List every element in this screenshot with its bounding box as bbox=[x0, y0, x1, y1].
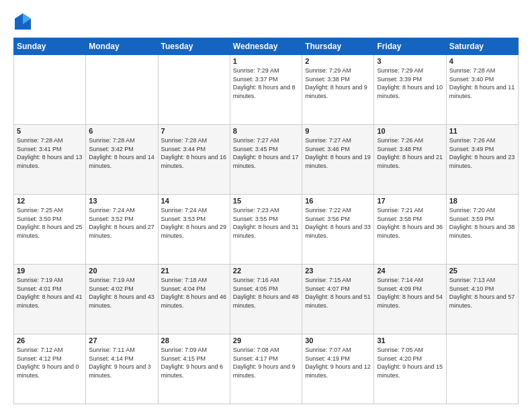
logo bbox=[13, 12, 35, 31]
day-number: 14 bbox=[161, 197, 227, 205]
calendar-cell-w3-d7: 18Sunrise: 7:20 AM Sunset: 3:59 PM Dayli… bbox=[446, 195, 518, 265]
calendar-cell-w1-d7: 4Sunrise: 7:28 AM Sunset: 3:40 PM Daylig… bbox=[446, 55, 518, 125]
calendar-cell-w4-d5: 23Sunrise: 7:15 AM Sunset: 4:07 PM Dayli… bbox=[302, 265, 374, 334]
col-friday: Friday bbox=[374, 38, 446, 55]
day-info: Sunrise: 7:28 AM Sunset: 3:42 PM Dayligh… bbox=[89, 136, 154, 170]
day-number: 18 bbox=[449, 197, 515, 205]
calendar-cell-w3-d5: 16Sunrise: 7:22 AM Sunset: 3:56 PM Dayli… bbox=[302, 195, 374, 265]
day-number: 4 bbox=[449, 57, 515, 65]
day-info: Sunrise: 7:23 AM Sunset: 3:55 PM Dayligh… bbox=[233, 206, 299, 240]
calendar-cell-w4-d7: 25Sunrise: 7:13 AM Sunset: 4:10 PM Dayli… bbox=[446, 265, 518, 334]
day-number: 25 bbox=[449, 267, 515, 275]
day-number: 28 bbox=[161, 336, 227, 345]
col-monday: Monday bbox=[86, 38, 158, 55]
header bbox=[13, 12, 519, 31]
day-info: Sunrise: 7:14 AM Sunset: 4:09 PM Dayligh… bbox=[377, 276, 443, 310]
calendar-cell-w2-d4: 8Sunrise: 7:27 AM Sunset: 3:45 PM Daylig… bbox=[230, 125, 302, 195]
day-number: 16 bbox=[305, 197, 371, 205]
day-number: 27 bbox=[89, 336, 154, 345]
calendar-cell-w3-d1: 12Sunrise: 7:25 AM Sunset: 3:50 PM Dayli… bbox=[14, 195, 86, 265]
day-info: Sunrise: 7:28 AM Sunset: 3:40 PM Dayligh… bbox=[449, 66, 515, 100]
day-number: 23 bbox=[305, 267, 371, 275]
day-number: 7 bbox=[161, 127, 227, 135]
day-info: Sunrise: 7:28 AM Sunset: 3:44 PM Dayligh… bbox=[161, 136, 227, 170]
day-info: Sunrise: 7:26 AM Sunset: 3:49 PM Dayligh… bbox=[449, 136, 515, 170]
calendar-cell-w5-d4: 29Sunrise: 7:08 AM Sunset: 4:17 PM Dayli… bbox=[230, 334, 302, 404]
calendar-cell-w2-d3: 7Sunrise: 7:28 AM Sunset: 3:44 PM Daylig… bbox=[158, 125, 230, 195]
day-number: 3 bbox=[377, 57, 443, 65]
calendar-cell-w4-d3: 21Sunrise: 7:18 AM Sunset: 4:04 PM Dayli… bbox=[158, 265, 230, 334]
day-number: 5 bbox=[17, 127, 83, 135]
day-number: 20 bbox=[89, 267, 154, 275]
calendar-cell-w2-d2: 6Sunrise: 7:28 AM Sunset: 3:42 PM Daylig… bbox=[86, 125, 158, 195]
calendar-cell-w1-d6: 3Sunrise: 7:29 AM Sunset: 3:39 PM Daylig… bbox=[374, 55, 446, 125]
day-number: 22 bbox=[233, 267, 299, 275]
col-wednesday: Wednesday bbox=[230, 38, 302, 55]
day-info: Sunrise: 7:21 AM Sunset: 3:58 PM Dayligh… bbox=[377, 206, 443, 240]
day-number: 19 bbox=[17, 267, 83, 275]
day-info: Sunrise: 7:29 AM Sunset: 3:39 PM Dayligh… bbox=[377, 66, 443, 100]
day-number: 17 bbox=[377, 197, 443, 205]
calendar-cell-w2-d1: 5Sunrise: 7:28 AM Sunset: 3:41 PM Daylig… bbox=[14, 125, 86, 195]
calendar-week-5: 26Sunrise: 7:12 AM Sunset: 4:12 PM Dayli… bbox=[14, 334, 519, 404]
calendar-cell-w5-d5: 30Sunrise: 7:07 AM Sunset: 4:19 PM Dayli… bbox=[302, 334, 374, 404]
day-number: 6 bbox=[89, 127, 154, 135]
calendar-cell-w4-d6: 24Sunrise: 7:14 AM Sunset: 4:09 PM Dayli… bbox=[374, 265, 446, 334]
calendar-week-4: 19Sunrise: 7:19 AM Sunset: 4:01 PM Dayli… bbox=[14, 265, 519, 334]
col-saturday: Saturday bbox=[446, 38, 518, 55]
calendar-cell-w5-d7 bbox=[446, 334, 518, 404]
calendar-week-3: 12Sunrise: 7:25 AM Sunset: 3:50 PM Dayli… bbox=[14, 195, 519, 265]
calendar-header-row: Sunday Monday Tuesday Wednesday Thursday… bbox=[14, 38, 519, 55]
day-info: Sunrise: 7:05 AM Sunset: 4:20 PM Dayligh… bbox=[377, 346, 443, 379]
calendar-cell-w2-d7: 11Sunrise: 7:26 AM Sunset: 3:49 PM Dayli… bbox=[446, 125, 518, 195]
calendar-cell-w5-d3: 28Sunrise: 7:09 AM Sunset: 4:15 PM Dayli… bbox=[158, 334, 230, 404]
day-info: Sunrise: 7:26 AM Sunset: 3:48 PM Dayligh… bbox=[377, 136, 443, 170]
day-info: Sunrise: 7:15 AM Sunset: 4:07 PM Dayligh… bbox=[305, 276, 371, 310]
day-number: 10 bbox=[377, 127, 443, 135]
calendar-week-1: 1Sunrise: 7:29 AM Sunset: 3:37 PM Daylig… bbox=[14, 55, 519, 125]
day-info: Sunrise: 7:20 AM Sunset: 3:59 PM Dayligh… bbox=[449, 206, 515, 240]
day-number: 15 bbox=[233, 197, 299, 205]
day-number: 2 bbox=[305, 57, 371, 65]
calendar-cell-w3-d6: 17Sunrise: 7:21 AM Sunset: 3:58 PM Dayli… bbox=[374, 195, 446, 265]
calendar-week-2: 5Sunrise: 7:28 AM Sunset: 3:41 PM Daylig… bbox=[14, 125, 519, 195]
calendar-cell-w1-d1 bbox=[14, 55, 86, 125]
day-info: Sunrise: 7:27 AM Sunset: 3:46 PM Dayligh… bbox=[305, 136, 371, 170]
day-number: 9 bbox=[305, 127, 371, 135]
calendar-cell-w3-d2: 13Sunrise: 7:24 AM Sunset: 3:52 PM Dayli… bbox=[86, 195, 158, 265]
calendar-cell-w1-d4: 1Sunrise: 7:29 AM Sunset: 3:37 PM Daylig… bbox=[230, 55, 302, 125]
day-info: Sunrise: 7:27 AM Sunset: 3:45 PM Dayligh… bbox=[233, 136, 299, 170]
day-number: 24 bbox=[377, 267, 443, 275]
day-info: Sunrise: 7:19 AM Sunset: 4:02 PM Dayligh… bbox=[89, 276, 154, 310]
calendar-cell-w1-d3 bbox=[158, 55, 230, 125]
calendar-cell-w5-d6: 31Sunrise: 7:05 AM Sunset: 4:20 PM Dayli… bbox=[374, 334, 446, 404]
day-number: 8 bbox=[233, 127, 299, 135]
calendar-cell-w4-d4: 22Sunrise: 7:16 AM Sunset: 4:05 PM Dayli… bbox=[230, 265, 302, 334]
day-number: 21 bbox=[161, 267, 227, 275]
calendar-cell-w3-d4: 15Sunrise: 7:23 AM Sunset: 3:55 PM Dayli… bbox=[230, 195, 302, 265]
calendar-cell-w3-d3: 14Sunrise: 7:24 AM Sunset: 3:53 PM Dayli… bbox=[158, 195, 230, 265]
calendar-cell-w4-d1: 19Sunrise: 7:19 AM Sunset: 4:01 PM Dayli… bbox=[14, 265, 86, 334]
calendar-cell-w5-d2: 27Sunrise: 7:11 AM Sunset: 4:14 PM Dayli… bbox=[86, 334, 158, 404]
day-number: 30 bbox=[305, 336, 371, 345]
day-info: Sunrise: 7:19 AM Sunset: 4:01 PM Dayligh… bbox=[17, 276, 83, 310]
day-number: 31 bbox=[377, 336, 443, 345]
day-info: Sunrise: 7:18 AM Sunset: 4:04 PM Dayligh… bbox=[161, 276, 227, 310]
day-info: Sunrise: 7:12 AM Sunset: 4:12 PM Dayligh… bbox=[17, 346, 83, 379]
day-info: Sunrise: 7:16 AM Sunset: 4:05 PM Dayligh… bbox=[233, 276, 299, 310]
day-info: Sunrise: 7:24 AM Sunset: 3:53 PM Dayligh… bbox=[161, 206, 227, 240]
day-number: 13 bbox=[89, 197, 154, 205]
calendar-cell-w2-d6: 10Sunrise: 7:26 AM Sunset: 3:48 PM Dayli… bbox=[374, 125, 446, 195]
calendar-cell-w1-d5: 2Sunrise: 7:29 AM Sunset: 3:38 PM Daylig… bbox=[302, 55, 374, 125]
calendar-cell-w4-d2: 20Sunrise: 7:19 AM Sunset: 4:02 PM Dayli… bbox=[86, 265, 158, 334]
day-info: Sunrise: 7:09 AM Sunset: 4:15 PM Dayligh… bbox=[161, 346, 227, 379]
day-number: 11 bbox=[449, 127, 515, 135]
day-info: Sunrise: 7:22 AM Sunset: 3:56 PM Dayligh… bbox=[305, 206, 371, 240]
day-info: Sunrise: 7:07 AM Sunset: 4:19 PM Dayligh… bbox=[305, 346, 371, 379]
page: Sunday Monday Tuesday Wednesday Thursday… bbox=[0, 0, 532, 411]
day-info: Sunrise: 7:29 AM Sunset: 3:37 PM Dayligh… bbox=[233, 66, 299, 100]
logo-icon bbox=[13, 12, 32, 31]
col-thursday: Thursday bbox=[302, 38, 374, 55]
calendar-cell-w1-d2 bbox=[86, 55, 158, 125]
col-tuesday: Tuesday bbox=[158, 38, 230, 55]
